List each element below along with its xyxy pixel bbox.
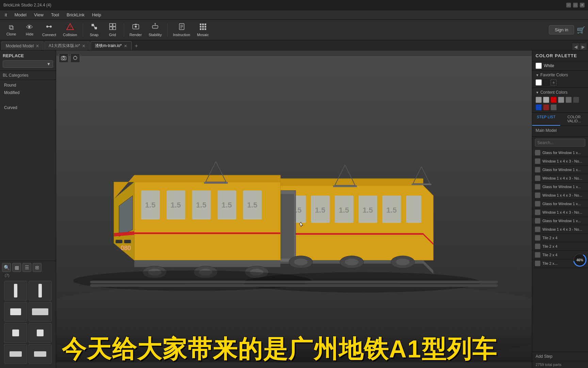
window-controls[interactable]: ─ □ ✕ xyxy=(566,3,585,7)
search-button[interactable]: 🔍 xyxy=(2,263,11,272)
instruction-button[interactable]: Instruction xyxy=(170,21,193,38)
white-swatch[interactable] xyxy=(536,63,542,69)
search-bar[interactable]: 🔍 xyxy=(535,139,585,147)
connect-button[interactable]: Connect xyxy=(39,21,59,38)
content-swatch-8[interactable] xyxy=(551,104,557,110)
render-button[interactable]: Render xyxy=(127,21,145,38)
part-item-7[interactable] xyxy=(29,344,52,364)
tab-close-2[interactable]: ✕ xyxy=(124,44,127,48)
menu-bricklink[interactable]: BrickLink xyxy=(63,11,88,18)
list-item[interactable]: Window 1 x 4 x 3 - No... xyxy=(532,191,588,200)
part-item-3[interactable] xyxy=(29,302,52,322)
add-color-button[interactable]: + xyxy=(551,79,557,86)
list-item[interactable]: Window 1 x 4 x 3 - No... xyxy=(532,225,588,234)
svg-text:1.5: 1.5 xyxy=(386,206,397,214)
menu-tool[interactable]: Tool xyxy=(48,11,63,18)
part-item-4[interactable] xyxy=(4,323,27,343)
svg-point-17 xyxy=(154,23,156,24)
app-title: BrickLink Studio 2.24.4 (4) xyxy=(3,3,51,7)
category-curved[interactable]: Curved xyxy=(0,104,56,111)
maximize-button[interactable]: □ xyxy=(573,3,578,7)
content-swatch-1[interactable] xyxy=(543,97,549,103)
content-swatch-3[interactable] xyxy=(558,97,564,103)
tab-close-0[interactable]: ✕ xyxy=(36,44,39,48)
part-item-2[interactable] xyxy=(4,302,27,322)
tab-train-model[interactable]: 渣铁m-train.io* ✕ xyxy=(91,41,132,50)
svg-text:080: 080 xyxy=(121,245,131,251)
tab-modeled-model[interactable]: Modeled Model ✕ xyxy=(1,41,44,50)
menu-view[interactable]: View xyxy=(31,11,47,18)
tab-add-button[interactable]: + xyxy=(132,42,141,50)
list-item[interactable]: Window 1 x 4 x 3 - No... xyxy=(532,208,588,217)
list-item[interactable]: Tile 2 x 4 xyxy=(532,234,588,242)
stability-icon xyxy=(151,23,159,32)
list-item[interactable]: Glass for Window 1 x... xyxy=(532,200,588,208)
collision-button[interactable]: ! Collision xyxy=(60,21,80,38)
titlebar: BrickLink Studio 2.24.4 (4) ─ □ ✕ xyxy=(0,0,588,10)
sign-in-button[interactable]: Sign in xyxy=(549,25,574,34)
tab-a1-model[interactable]: A1大西实体版.io* ✕ xyxy=(44,41,90,50)
grid-button[interactable]: Grid xyxy=(104,21,121,38)
list-item[interactable]: Glass for Window 1 x... xyxy=(532,149,588,157)
tab-next-button[interactable]: ▶ xyxy=(580,43,587,50)
part-item-6[interactable] xyxy=(4,344,27,364)
viewport[interactable]: 1.5 1.5 1.5 1.5 1.5 xyxy=(56,50,532,368)
part-item-5[interactable] xyxy=(29,323,52,343)
category-modified[interactable]: Modified xyxy=(0,89,56,96)
menu-it[interactable]: it xyxy=(1,11,11,18)
part-icon xyxy=(535,261,540,266)
close-button[interactable]: ✕ xyxy=(580,3,585,7)
content-swatch-5[interactable] xyxy=(573,97,579,103)
camera-button[interactable] xyxy=(59,53,68,63)
category-round[interactable]: Round xyxy=(0,81,56,89)
content-swatch-6[interactable] xyxy=(536,104,542,110)
mosaic-button[interactable]: Mosaic xyxy=(194,21,212,38)
replace-dropdown[interactable]: ▼ xyxy=(3,60,53,68)
content-swatch-0[interactable] xyxy=(536,97,542,103)
list-view-button[interactable]: ☰ xyxy=(22,263,31,272)
detail-view-button[interactable]: ⊞ xyxy=(33,263,42,272)
part-item-1[interactable] xyxy=(29,281,52,301)
list-item[interactable]: Glass for Window 1 x... xyxy=(532,217,588,225)
menu-model[interactable]: Model xyxy=(11,11,30,18)
parts-grid xyxy=(2,279,54,366)
list-item[interactable]: Window 1 x 4 x 3 - No... xyxy=(532,174,588,183)
add-step-button[interactable]: Add Step xyxy=(532,352,588,361)
content-swatch-2[interactable] xyxy=(551,97,557,103)
tab-prev-button[interactable]: ◀ xyxy=(572,43,579,50)
content-swatch-7[interactable] xyxy=(543,104,549,110)
clone-button[interactable]: ⧉ Clone xyxy=(3,22,20,37)
fav-swatch-0[interactable] xyxy=(536,79,542,86)
content-colors-header[interactable]: ▼ Content Colors xyxy=(536,90,585,95)
list-item[interactable]: Tile 2 x... 46% xyxy=(532,259,588,268)
svg-text:!: ! xyxy=(70,26,71,29)
cart-icon[interactable]: 🛒 xyxy=(577,26,585,34)
tab-color-valid[interactable]: COLOR VALID... xyxy=(560,113,588,126)
list-item[interactable]: Window 1 x 4 x 3 - No... xyxy=(532,157,588,166)
connect-icon xyxy=(45,23,53,32)
svg-text:1.5: 1.5 xyxy=(222,201,232,209)
favorite-colors-header[interactable]: ▼ Favorite Colors xyxy=(536,73,585,77)
minimize-button[interactable]: ─ xyxy=(566,3,571,7)
tab-step-list[interactable]: STEP LIST xyxy=(532,113,560,126)
mosaic-icon xyxy=(199,23,207,32)
part-item-0[interactable] xyxy=(4,281,27,301)
list-item[interactable]: Glass for Window 1 x... xyxy=(532,166,588,174)
grid-view-button[interactable]: ▦ xyxy=(12,263,21,272)
tab-close-1[interactable]: ✕ xyxy=(82,44,85,48)
list-item[interactable]: Glass for Window 1 x... xyxy=(532,183,588,191)
rotate-button[interactable] xyxy=(70,53,80,63)
part-name: Glass for Window 1 x... xyxy=(542,168,585,172)
svg-text:1.5: 1.5 xyxy=(170,201,181,209)
part-icon xyxy=(535,252,540,258)
snap-button[interactable]: Snap xyxy=(86,21,103,38)
search-input[interactable] xyxy=(537,140,588,145)
part-name: Window 1 x 4 x 3 - No... xyxy=(542,176,585,180)
fav-swatch-1[interactable] xyxy=(543,79,549,86)
hide-button[interactable]: 👁 Hide xyxy=(21,22,38,37)
menu-help[interactable]: Help xyxy=(88,11,104,18)
content-swatch-4[interactable] xyxy=(566,97,572,103)
list-item[interactable]: Tile 2 x 4 xyxy=(532,242,588,251)
svg-text:46%: 46% xyxy=(576,258,583,262)
stability-button[interactable]: Stability xyxy=(146,21,165,38)
